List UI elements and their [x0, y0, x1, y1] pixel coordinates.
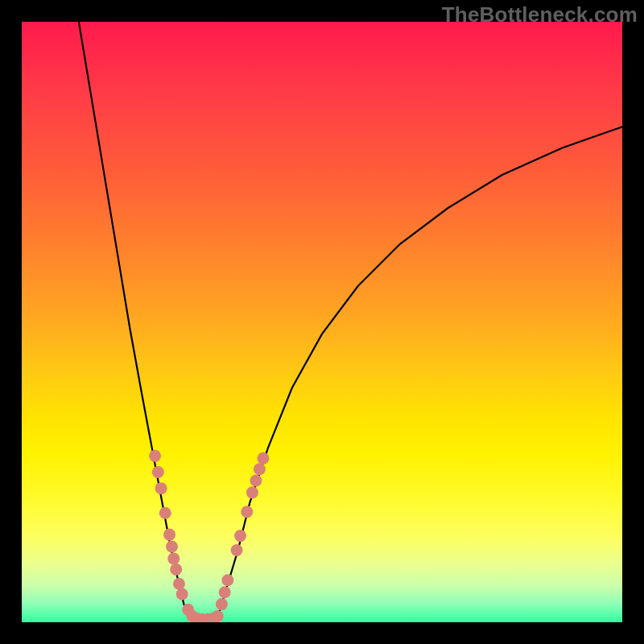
curve-left-branch — [79, 22, 190, 619]
data-point — [149, 450, 161, 462]
curve-right-branch — [217, 127, 622, 619]
chart-svg — [22, 22, 622, 622]
data-point — [170, 564, 182, 576]
data-point-group — [149, 450, 269, 622]
data-point — [231, 544, 243, 556]
data-point — [219, 586, 231, 598]
plot-area — [22, 22, 622, 622]
data-point — [176, 588, 188, 600]
data-point — [173, 578, 185, 590]
data-point — [254, 463, 266, 475]
data-point — [234, 530, 246, 542]
data-point — [216, 598, 228, 610]
data-point — [166, 541, 178, 553]
data-point — [250, 474, 262, 486]
data-point — [155, 482, 167, 494]
outer-frame: TheBottleneck.com — [0, 0, 644, 644]
data-point — [257, 452, 269, 464]
data-point — [159, 507, 171, 519]
data-point — [221, 574, 233, 586]
data-point — [246, 486, 258, 498]
data-point — [212, 610, 224, 622]
data-point — [167, 552, 180, 564]
data-point — [152, 466, 164, 478]
data-point — [241, 506, 253, 518]
data-point — [163, 529, 175, 541]
